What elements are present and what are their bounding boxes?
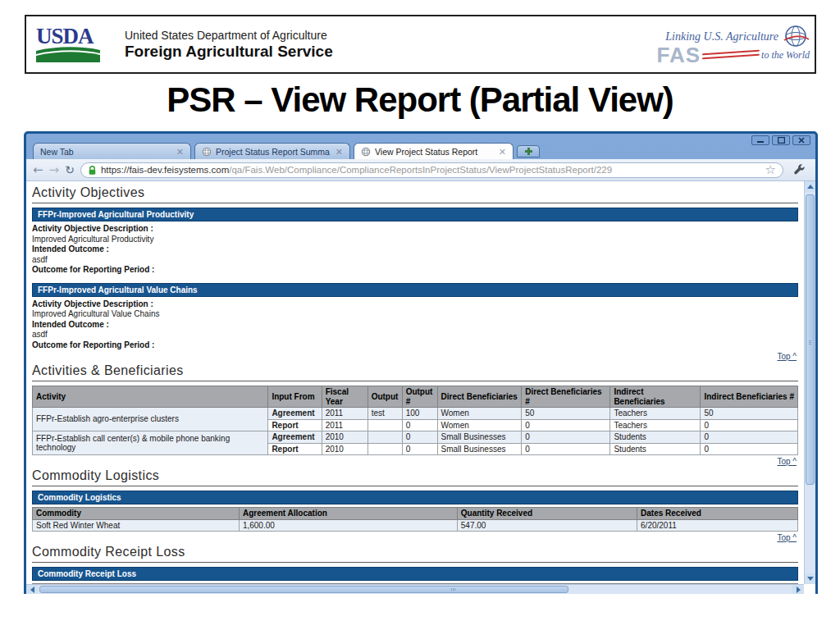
scroll-down-button[interactable] [805, 573, 815, 584]
table-cell: Women [437, 408, 522, 420]
agency-name: Foreign Agricultural Service [125, 43, 333, 61]
fas-tagline-top: Linking U.S. Agriculture [665, 30, 778, 43]
table-cell: 2010 [322, 431, 368, 444]
table-cell: 0 [701, 443, 798, 455]
field-label: Outcome for Reporting Period : [32, 340, 798, 351]
field-label: Activity Objective Description : [32, 299, 798, 310]
forward-button[interactable]: → [49, 164, 60, 176]
tab-close-icon[interactable]: ✕ [499, 148, 506, 156]
top-link[interactable]: Top ^ [777, 533, 797, 542]
table-cell: 0 [522, 431, 610, 444]
table-cell: Report [268, 419, 322, 431]
minimize-button[interactable] [751, 135, 769, 145]
table-cell: Fiscal Year [322, 386, 368, 408]
usda-swoosh-icon [36, 46, 100, 62]
fas-swoosh-icon [702, 49, 760, 61]
field-label: Intended Outcome : [32, 320, 798, 331]
maximize-button[interactable] [772, 135, 790, 145]
table-cell: 0 [402, 431, 437, 444]
table-cell: Report [268, 443, 322, 455]
section-heading-activity-objectives: Activity Objectives [32, 185, 798, 203]
table-cell: Small Businesses [437, 431, 522, 444]
report-page: Activity Objectives FFPr-Improved Agricu… [26, 181, 804, 584]
commodity-logistics-bar: Commodity Logistics [32, 491, 798, 504]
slide-title: PSR – View Report (Partial View) [0, 80, 840, 120]
table-cell: 0 [522, 419, 610, 431]
browser-toolbar: ← → ↻ https://fais-dev.feisystems.com/qa… [26, 159, 815, 181]
address-bar[interactable]: https://fais-dev.feisystems.com/qa/Fais.… [80, 162, 783, 178]
page-content: Activity Objectives FFPr-Improved Agricu… [26, 181, 815, 594]
scroll-right-button[interactable] [792, 585, 804, 594]
top-link[interactable]: Top ^ [777, 352, 797, 361]
window-titlebar[interactable] [26, 134, 815, 142]
table-cell: test [368, 408, 402, 420]
usda-logo: USDA [26, 26, 116, 62]
table-cell: Agreement [268, 431, 322, 444]
tab-psr-summary[interactable]: Project Status Report Summa ✕ [194, 143, 350, 159]
field-label: Outcome for Reporting Period : [32, 265, 798, 276]
grip-icon [451, 588, 455, 591]
vertical-scrollbar[interactable] [804, 181, 815, 584]
table-cell: Teachers [610, 419, 701, 431]
commodity-logistics-table: CommodityAgreement AllocationQuantity Re… [32, 507, 798, 532]
table-cell: Agreement Allocation [239, 508, 457, 520]
usda-header-text: United States Department of Agriculture … [116, 29, 333, 61]
table-cell: Teachers [610, 408, 701, 420]
scroll-up-button[interactable] [805, 181, 815, 192]
tab-new-tab[interactable]: New Tab ✕ [33, 143, 191, 159]
vertical-scroll-thumb[interactable] [806, 194, 815, 485]
table-cell [368, 443, 402, 455]
horizontal-scroll-thumb[interactable] [39, 586, 568, 593]
table-cell: 2011 [322, 408, 368, 420]
tab-close-icon[interactable]: ✕ [336, 148, 343, 156]
top-link[interactable]: Top ^ [777, 457, 797, 466]
table-cell: Indirect Beneficiaries [610, 386, 701, 408]
objective-bar: FFPr-Improved Agricultural Productivity [32, 208, 798, 221]
section-heading-commodity-logistics: Commodity Logistics [32, 468, 798, 486]
reload-button[interactable]: ↻ [65, 164, 75, 176]
close-button[interactable] [792, 135, 810, 145]
back-button[interactable]: ← [33, 164, 43, 176]
table-cell [368, 419, 402, 431]
tab-close-icon[interactable]: ✕ [176, 148, 184, 156]
table-cell: Activity [33, 386, 268, 408]
url-host: https://fais-dev.feisystems.com [101, 165, 229, 175]
table-cell: Direct Beneficiaries # [522, 386, 610, 408]
new-tab-button[interactable] [517, 145, 540, 158]
tab-view-psr[interactable]: View Project Status Report ✕ [354, 143, 514, 159]
tab-label: New Tab [40, 147, 172, 157]
table-cell: FFPr-Establish agro-enterprise clusters [33, 408, 268, 431]
table-cell: Agreement [268, 408, 322, 420]
browser-window: New Tab ✕ Project Status Report Summa ✕ … [24, 131, 818, 594]
horizontal-scrollbar[interactable] [26, 584, 804, 594]
table-cell [368, 431, 402, 444]
fas-tagline-bottom: to the World [761, 49, 810, 62]
wrench-menu-button[interactable] [789, 162, 809, 178]
field-label: Activity Objective Description : [32, 224, 798, 235]
table-cell: 0 [701, 419, 798, 431]
table-cell: Students [610, 431, 701, 444]
field-value: Improved Agricultural Productivity [32, 235, 798, 245]
url-text: https://fais-dev.feisystems.com/qa/Fais.… [101, 165, 761, 175]
table-cell: 50 [701, 408, 798, 420]
url-path: /qa/Fais.Web/Compliance/ComplianceReport… [229, 165, 612, 175]
table-cell: 0 [402, 419, 437, 431]
field-value: Improved Agricultural Value Chains [32, 309, 798, 320]
table-cell: Output [368, 386, 402, 408]
table-cell: Quantity Received [457, 508, 637, 520]
table-cell: Small Businesses [437, 443, 522, 455]
objective-block: Activity Objective Description : Improve… [32, 224, 798, 276]
table-cell: Soft Red Winter Wheat [33, 519, 240, 532]
scroll-left-button[interactable] [26, 585, 38, 594]
usda-logo-text: USDA [36, 26, 94, 46]
tab-label: View Project Status Report [375, 147, 495, 157]
grip-icon [809, 340, 811, 345]
section-heading-commodity-receipt-loss: Commodity Receipt Loss [32, 545, 798, 563]
tab-label: Project Status Report Summa [216, 147, 331, 157]
table-cell: 1,600.00 [239, 519, 457, 532]
commodity-receipt-loss-bar: Commodity Receipt Loss [32, 567, 798, 581]
bookmark-star-icon[interactable]: ☆ [765, 164, 776, 176]
table-cell: 2011 [322, 419, 368, 431]
globe-favicon-icon [202, 147, 212, 157]
table-cell: 0 [402, 443, 437, 455]
